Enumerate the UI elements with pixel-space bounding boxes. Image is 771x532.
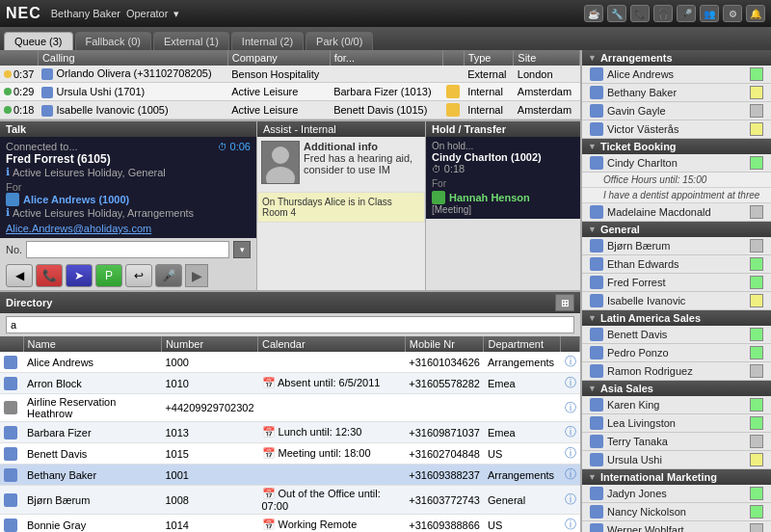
mic-button[interactable]: 🎤 xyxy=(155,264,182,287)
headset-icon[interactable]: 🎧 xyxy=(653,5,673,22)
settings-icon[interactable]: ⚙ xyxy=(723,5,742,22)
tab-internal[interactable]: Internal (2) xyxy=(231,32,304,50)
dir-info-icon[interactable]: ⓘ xyxy=(565,467,576,481)
for-person: Alice Andrews (1000) xyxy=(23,194,129,205)
row-company: Active Leisure xyxy=(227,101,330,120)
bell-icon[interactable]: 🔔 xyxy=(746,5,765,22)
person-icon xyxy=(590,346,603,359)
rp-item[interactable]: Ramon Rodriguez xyxy=(582,362,771,381)
rp-item[interactable]: Isabelle Ivanovic xyxy=(582,292,771,310)
table-row[interactable]: 0:37 Orlando Olivera (+31102708205) Bens… xyxy=(0,66,580,83)
rp-collapse-icon[interactable]: ▼ xyxy=(588,53,597,63)
dir-info-icon[interactable]: ⓘ xyxy=(565,355,576,368)
hold-timer: ⏱ 0:18 xyxy=(432,163,574,174)
rp-item[interactable]: Cindy Charlton xyxy=(582,154,771,173)
rp-item[interactable]: Nancy Nickolson xyxy=(582,503,771,521)
talk-header: Talk xyxy=(0,121,256,137)
dir-number: 1010 xyxy=(161,373,257,394)
dir-row[interactable]: Bjørn Bærum 1008 📅 Out of the Office unt… xyxy=(0,486,580,515)
rp-collapse-icon[interactable]: ▼ xyxy=(588,225,597,234)
directory-table: Name Number Calendar Mobile Nr Departmen… xyxy=(0,336,580,532)
rp-item[interactable]: Ethan Edwards xyxy=(582,255,771,274)
directory-search-input[interactable] xyxy=(6,316,574,333)
assist-content: Additional info Fred has a hearing aid, … xyxy=(257,137,425,188)
rp-item[interactable]: Gavin Gayle xyxy=(582,102,771,120)
coffee-icon[interactable]: ☕ xyxy=(584,5,603,22)
dir-info-icon[interactable]: ⓘ xyxy=(565,518,576,531)
phone-settings-icon[interactable]: 📞 xyxy=(630,5,650,22)
directory-options-button[interactable]: ⊞ xyxy=(555,294,574,311)
dir-info-icon[interactable]: ⓘ xyxy=(565,401,576,414)
col-for: for... xyxy=(330,50,442,66)
rp-item[interactable]: Fred Forrest xyxy=(582,274,771,292)
prev-button[interactable]: ◀ xyxy=(6,264,33,287)
rp-item[interactable]: Benett Davis xyxy=(582,326,771,344)
person-icon xyxy=(590,276,603,289)
tab-queue[interactable]: Queue (3) xyxy=(4,32,73,50)
status-indicator xyxy=(750,67,763,81)
dir-row[interactable]: Barbara Fizer 1013 📅 Lunch until: 12:30 … xyxy=(0,422,580,443)
dir-row[interactable]: Arron Block 1010 📅 Absent until: 6/5/201… xyxy=(0,373,580,394)
table-row[interactable]: 0:18 Isabelle Ivanovic (1005) Active Lei… xyxy=(0,101,580,120)
callback-button[interactable]: ↩ xyxy=(125,264,152,287)
dir-number: 1014 xyxy=(161,515,257,532)
next-arrow[interactable]: ▶ xyxy=(185,264,208,287)
rp-item[interactable]: Ursula Ushi xyxy=(582,451,771,469)
tab-external[interactable]: External (1) xyxy=(153,32,229,50)
rp-item[interactable]: Madelaine Macdonald xyxy=(582,203,771,222)
users-icon[interactable]: 👥 xyxy=(700,5,719,22)
row-for-icon xyxy=(442,66,464,83)
dir-row[interactable]: Alice Andrews 1000 +31601034626 Arrangem… xyxy=(0,352,580,373)
dir-row[interactable]: Bonnie Gray 1014 📅 Working Remote +31609… xyxy=(0,515,580,532)
no-input[interactable] xyxy=(26,241,229,258)
status-indicator xyxy=(750,294,763,307)
dropdown-arrow[interactable]: ▾ xyxy=(233,241,251,258)
hangup-button[interactable]: 📞 xyxy=(36,264,63,287)
row-caller: Orlando Olivera (+31102708205) xyxy=(38,66,227,83)
mic-icon[interactable]: 🎤 xyxy=(677,5,696,22)
status-indicator xyxy=(750,156,763,170)
tab-park[interactable]: Park (0/0) xyxy=(306,32,373,50)
status-indicator xyxy=(750,104,763,118)
rp-section-latin-america: ▼ Latin America Sales xyxy=(582,310,771,326)
rp-item[interactable]: Pedro Ponzo xyxy=(582,344,771,362)
rp-item[interactable]: Bjørn Bærum xyxy=(582,237,771,255)
rp-collapse-icon[interactable]: ▼ xyxy=(588,472,597,482)
rp-item[interactable]: Werner Wohlfart xyxy=(582,521,771,532)
email-link[interactable]: Alice.Andrews@aholidays.com xyxy=(6,223,151,234)
dir-row[interactable]: Airline Reservation Heathrow +4420992970… xyxy=(0,394,580,422)
row-site: London xyxy=(514,66,580,83)
rp-item[interactable]: Terry Tanaka xyxy=(582,433,771,451)
dir-info-icon[interactable]: ⓘ xyxy=(565,492,576,506)
dir-row-selected[interactable]: Bethany Baker 1001 +31609388237 Arrangem… xyxy=(0,465,580,486)
rp-item[interactable]: Alice Andrews xyxy=(582,66,771,84)
dir-info-icon[interactable]: ⓘ xyxy=(565,446,576,460)
wrench-icon[interactable]: 🔧 xyxy=(607,5,626,22)
hold-retrieve-button[interactable]: P xyxy=(95,264,122,287)
directory-search-row xyxy=(0,313,580,336)
tab-fallback[interactable]: Fallback (0) xyxy=(75,32,151,50)
dir-mobile xyxy=(405,394,484,422)
row-site: Amsterdam xyxy=(514,101,580,120)
rp-item[interactable]: Lea Livingston xyxy=(582,414,771,433)
person-icon xyxy=(590,67,603,81)
person-icon xyxy=(590,398,603,412)
rp-collapse-icon[interactable]: ▼ xyxy=(588,313,597,323)
rp-section-asia-sales: ▼ Asia Sales xyxy=(582,381,771,396)
dir-col-mobile: Mobile Nr xyxy=(405,336,484,352)
table-row[interactable]: 0:29 Ursula Ushi (1701) Active Leisure B… xyxy=(0,83,580,101)
dir-info-icon[interactable]: ⓘ xyxy=(565,376,576,389)
rp-collapse-icon[interactable]: ▼ xyxy=(588,384,597,393)
rp-item[interactable]: Jadyn Jones xyxy=(582,485,771,503)
rp-item[interactable]: Karen King xyxy=(582,396,771,414)
row-type: Internal xyxy=(464,101,514,120)
transfer-button[interactable]: ➤ xyxy=(66,264,93,287)
dir-name: Bethany Baker xyxy=(23,465,161,486)
dropdown-arrow-icon[interactable]: ▾ xyxy=(173,8,179,20)
dir-row[interactable]: Benett Davis 1015 📅 Meeting until: 18:00… xyxy=(0,443,580,465)
rp-item[interactable]: Victor Västerås xyxy=(582,120,771,139)
dir-info-icon[interactable]: ⓘ xyxy=(565,425,576,439)
dir-mobile: +31601034626 xyxy=(405,352,484,373)
rp-item[interactable]: Bethany Baker xyxy=(582,84,771,102)
rp-collapse-icon[interactable]: ▼ xyxy=(588,142,597,151)
